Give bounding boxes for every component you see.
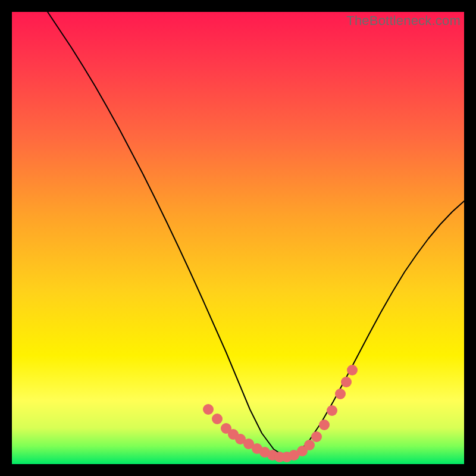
curve-marker [304,440,315,450]
curve-markers-group [203,365,358,462]
bottleneck-chart [12,12,464,464]
curve-marker [341,377,352,387]
curve-marker [347,365,358,375]
curve-marker [212,414,223,424]
curve-marker [335,389,346,399]
chart-frame: TheBottleneck.com [12,12,464,464]
curve-marker [203,404,214,415]
curve-marker [311,431,322,442]
bottleneck-curve-path [48,12,464,457]
curve-marker [327,405,337,416]
curve-marker [319,419,330,430]
